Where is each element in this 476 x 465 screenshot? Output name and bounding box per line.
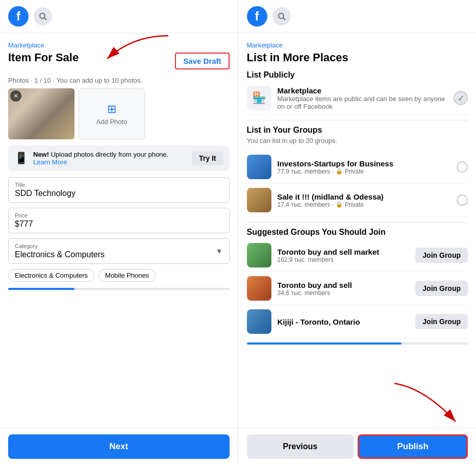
- marketplace-list-item: 🏪 Marketplace Marketplace items are publ…: [247, 82, 468, 115]
- upload-banner: 📱 New! Upload photos directly from your …: [8, 145, 230, 171]
- suggested-group-toronto1: Toronto buy and sell market 162,9 тыс. m…: [247, 239, 468, 272]
- marketplace-item-name: Marketplace: [278, 86, 448, 95]
- investors-group-icon: [247, 155, 271, 179]
- category-field-label: Category: [15, 243, 216, 249]
- sale-group-name: Sale it !!! (midland & Odessa): [278, 192, 451, 201]
- kijiji-group-name: Kijiji - Toronto, Ontario: [278, 317, 410, 326]
- list-groups-subtitle: You can list in up to 20 groups.: [247, 137, 468, 144]
- investors-group-text: Investors-Startups for Business 77,9 тыс…: [278, 159, 451, 175]
- svg-point-3: [279, 13, 284, 18]
- kijiji-group-text: Kijiji - Toronto, Ontario: [278, 317, 410, 326]
- marketplace-store-icon: 🏪: [247, 86, 271, 110]
- photo-thumbnail[interactable]: ✕: [8, 88, 74, 139]
- add-photo-button[interactable]: ⊞ Add Photo: [79, 88, 145, 139]
- toronto1-group-name: Toronto buy and sell market: [278, 248, 410, 256]
- sale-group-text: Sale it !!! (midland & Odessa) 17,4 тыс.…: [278, 192, 451, 208]
- photos-label: Photos · 1 / 10 · You can add up to 10 p…: [8, 77, 230, 84]
- add-photo-icon: ⊞: [107, 103, 116, 116]
- toronto1-group-text: Toronto buy and sell market 162,9 тыс. m…: [278, 248, 410, 263]
- radio-circle-2[interactable]: [457, 194, 468, 206]
- investors-group-members: 77,9 тыс. members · 🔒 Private: [278, 168, 451, 175]
- toronto2-join-action[interactable]: Join Group: [415, 281, 468, 296]
- left-panel-footer: Next: [0, 428, 238, 465]
- marketplace-label-left: Marketplace: [8, 41, 230, 49]
- toronto2-group-text: Toronto buy and sell 34,6 тыс. members: [278, 281, 410, 297]
- sale-group-members: 17,4 тыс. members · 🔒 Private: [278, 201, 451, 208]
- marketplace-label-right: Marketplace: [247, 41, 468, 49]
- category-field-value: Electronics & Computers: [15, 250, 216, 259]
- facebook-logo-right: f: [247, 6, 267, 27]
- marketplace-item-desc: Marketplace items are public and can be …: [278, 95, 448, 110]
- group-item-investors: Investors-Startups for Business 77,9 тыс…: [247, 151, 468, 184]
- divider-2: [247, 222, 468, 223]
- kijiji-group-icon: [247, 309, 271, 334]
- investors-group-radio[interactable]: [457, 161, 468, 173]
- svg-point-0: [40, 13, 45, 18]
- page-title-left: Item For Sale: [8, 51, 79, 64]
- investors-group-name: Investors-Startups for Business: [278, 159, 451, 168]
- progress-fill-right: [247, 342, 402, 345]
- check-icon: ✓: [454, 91, 468, 105]
- photo-close-icon[interactable]: ✕: [10, 90, 21, 102]
- title-field[interactable]: Title SDD Technology: [8, 177, 230, 203]
- title-field-value: SDD Technology: [15, 189, 223, 198]
- list-publicly-title: List Publicly: [247, 70, 468, 80]
- toronto2-group-name: Toronto buy and sell: [278, 281, 410, 289]
- photos-row: ✕ ⊞ Add Photo: [8, 88, 230, 139]
- kijiji-join-action[interactable]: Join Group: [415, 314, 468, 329]
- page-title-right: List in More Places: [247, 51, 468, 64]
- search-button-left[interactable]: [34, 7, 52, 26]
- price-field[interactable]: Price $777: [8, 208, 230, 233]
- upload-banner-text: New! Upload photos directly from your ph…: [33, 151, 187, 166]
- progress-bar-right: [247, 342, 468, 345]
- next-button[interactable]: Next: [8, 434, 230, 459]
- add-photo-label: Add Photo: [96, 118, 128, 126]
- divider-1: [247, 120, 468, 120]
- publish-button[interactable]: Publish: [358, 434, 468, 459]
- sale-group-icon: [247, 188, 271, 212]
- sale-group-radio[interactable]: [457, 194, 468, 206]
- progress-bar-left: [8, 288, 230, 290]
- tag-chip[interactable]: Electronics & Computers: [8, 269, 94, 282]
- phone-icon: 📱: [14, 152, 28, 165]
- list-groups-title: List in Your Groups: [247, 126, 468, 135]
- right-panel-footer: Previous Publish: [239, 428, 477, 465]
- search-button-right[interactable]: [272, 7, 291, 26]
- price-field-value: $777: [15, 219, 223, 229]
- toronto1-group-icon: [247, 243, 271, 267]
- chevron-down-icon: ▼: [216, 247, 223, 255]
- toronto2-group-icon: [247, 276, 271, 301]
- toronto1-join-action[interactable]: Join Group: [415, 248, 468, 263]
- radio-circle[interactable]: [457, 161, 468, 173]
- group-item-sale: Sale it !!! (midland & Odessa) 17,4 тыс.…: [247, 184, 468, 217]
- join-group-button-3[interactable]: Join Group: [415, 314, 468, 329]
- join-group-button-2[interactable]: Join Group: [415, 281, 468, 296]
- tag-chip[interactable]: Mobile Phones: [98, 269, 156, 282]
- progress-fill-left: [8, 288, 74, 290]
- svg-line-4: [283, 18, 285, 20]
- category-field[interactable]: Category Electronics & Computers ▼: [8, 238, 230, 264]
- save-draft-button[interactable]: Save Draft: [175, 53, 229, 69]
- suggested-group-toronto2: Toronto buy and sell 34,6 тыс. members J…: [247, 272, 468, 305]
- price-field-label: Price: [15, 212, 223, 218]
- marketplace-item-text: Marketplace Marketplace items are public…: [278, 86, 448, 110]
- facebook-logo-left: f: [8, 6, 29, 27]
- tags-row: Electronics & Computers Mobile Phones: [8, 269, 230, 282]
- previous-button[interactable]: Previous: [247, 434, 354, 459]
- title-field-label: Title: [15, 182, 223, 188]
- learn-more-link[interactable]: Learn More: [33, 158, 67, 166]
- join-group-button-1[interactable]: Join Group: [415, 248, 468, 263]
- try-it-button[interactable]: Try It: [192, 151, 223, 165]
- marketplace-check-action: ✓: [454, 91, 468, 105]
- svg-line-1: [44, 18, 46, 20]
- suggested-group-kijiji: Kijiji - Toronto, Ontario Join Group: [247, 305, 468, 338]
- toronto1-group-members: 162,9 тыс. members: [278, 256, 410, 263]
- toronto2-group-members: 34,6 тыс. members: [278, 289, 410, 297]
- suggested-groups-title: Suggested Groups You Should Join: [247, 228, 468, 237]
